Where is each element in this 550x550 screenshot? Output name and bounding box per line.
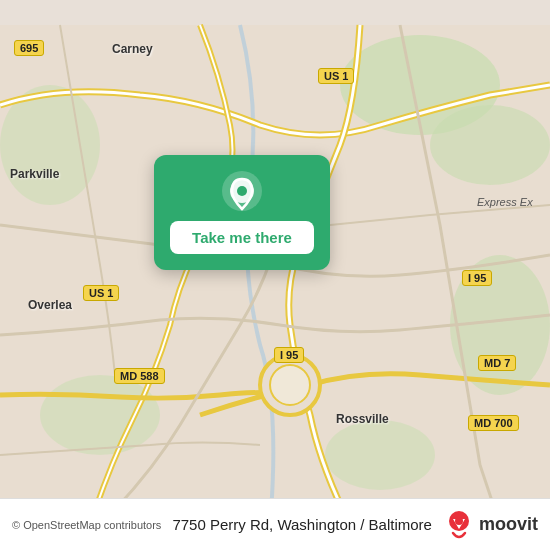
city-label-overlea: Overlea — [28, 298, 72, 312]
city-label-parkville: Parkville — [10, 167, 59, 181]
moovit-logo: moovit — [443, 509, 538, 541]
road-label-i95-right: I 95 — [462, 270, 492, 286]
road-label-695: 695 — [14, 40, 44, 56]
road-label-us1-top: US 1 — [318, 68, 354, 84]
address-text: 7750 Perry Rd, Washington / Baltimore — [161, 516, 443, 533]
road-label-us1-bottom: US 1 — [83, 285, 119, 301]
take-me-there-button[interactable]: Take me there — [170, 221, 314, 254]
svg-point-6 — [325, 420, 435, 490]
svg-point-2 — [430, 105, 550, 185]
svg-point-8 — [270, 365, 310, 405]
svg-point-11 — [237, 186, 247, 196]
moovit-text: moovit — [479, 514, 538, 535]
moovit-logo-icon — [443, 509, 475, 541]
city-label-carney: Carney — [112, 42, 153, 56]
location-pin-icon — [220, 169, 264, 213]
svg-point-13 — [455, 517, 463, 525]
road-label-md700: MD 700 — [468, 415, 519, 431]
bottom-bar: © OpenStreetMap contributors 7750 Perry … — [0, 498, 550, 550]
svg-point-4 — [40, 375, 160, 455]
map-attribution: © OpenStreetMap contributors — [12, 519, 161, 531]
road-label-md588: MD 588 — [114, 368, 165, 384]
road-label-md7: MD 7 — [478, 355, 516, 371]
expressway-label: Express Ex — [477, 196, 533, 208]
city-label-rossville: Rossville — [336, 412, 389, 426]
road-label-i95-bottom: I 95 — [274, 347, 304, 363]
map-container: Carney Parkville Overlea Rossville 695 U… — [0, 0, 550, 550]
popup-card: Take me there — [154, 155, 330, 270]
